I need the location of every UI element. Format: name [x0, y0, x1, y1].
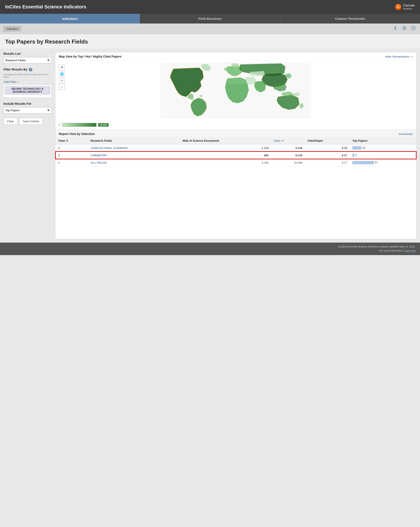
cell-cites-per-paper: 8.57: [305, 152, 350, 159]
col-rank: Total: 3: [56, 137, 88, 144]
zoom-in-control[interactable]: +: [59, 77, 65, 83]
filter-help-icon[interactable]: ?: [29, 68, 32, 71]
results-list-section: Results List Research Fields Countries/R…: [3, 52, 52, 63]
breadcrumb: Indicators: [3, 26, 21, 32]
app-header: InCites Essential Science Indicators C C…: [0, 0, 420, 14]
toolbar-bar: Indicators: [0, 23, 420, 34]
nav-tabs: Indicators Field Baselines Citation Thre…: [0, 14, 420, 23]
cell-cites: 34,668: [271, 159, 305, 166]
footer: InCites Essential Science Indicators dat…: [0, 242, 420, 255]
results-list-label: Results List: [3, 52, 52, 55]
table-body: 1 AGRICULTURAL SCIENCES 1,133 9,348 8.25…: [56, 144, 416, 166]
col-top-papers: Top Papers: [350, 137, 416, 144]
cell-rank: 0: [56, 159, 88, 166]
cell-cites: 9,348: [271, 144, 305, 152]
include-results-section: Include Results For Top Papers Hot Paper…: [3, 102, 52, 113]
data-table: Total: 3 Research Fields Web of Science …: [55, 137, 416, 166]
copy-icon[interactable]: [401, 25, 408, 32]
filter-section: Filter Results By ? Changing the filter …: [3, 68, 52, 98]
svg-rect-0: [403, 27, 405, 30]
col-wos-docs: Web of Science Documents: [180, 137, 271, 144]
cell-top-papers: 57: [350, 159, 416, 166]
col-cites[interactable]: Cites ▼: [271, 137, 305, 144]
cell-top-papers: 24: [350, 144, 416, 152]
page-title: Top Papers by Research Fields: [5, 38, 415, 45]
legend-gradient: [62, 123, 96, 127]
zoom-out-control[interactable]: −: [59, 84, 65, 90]
map-svg-wrap: ✛ 🌐 + −: [59, 62, 413, 119]
tab-indicators[interactable]: Indicators: [0, 14, 140, 23]
filter-tag-container: BEIJING TECHNOLOGY & BUSINESS UNIVERSITY: [3, 85, 52, 98]
customize-link[interactable]: Customize: [399, 132, 413, 136]
page-title-area: Top Papers by Research Fields: [0, 34, 420, 48]
clarivate-logo-text: Clarivate Analytics: [403, 4, 415, 10]
col-research-fields: Research Fields: [88, 137, 180, 144]
cell-rank: 1: [56, 144, 88, 152]
cell-field: ALL FIELDS: [88, 159, 180, 166]
pan-control[interactable]: ✛: [59, 65, 65, 70]
map-controls: ✛ 🌐 + −: [59, 65, 65, 90]
tab-field-baselines[interactable]: Field Baselines: [140, 14, 280, 23]
table-row: 0 ALL FIELDS 4,190 34,668 8.27 57: [56, 159, 416, 166]
legend-max-value: 74,437: [98, 123, 109, 127]
bar-value: 57: [375, 161, 378, 164]
table-header: Total: 3 Research Fields Web of Science …: [56, 137, 416, 144]
include-results-select[interactable]: Top Papers Hot Papers Highly Cited Paper…: [3, 107, 52, 113]
report-title: Report View by Selection: [59, 132, 95, 136]
include-results-label: Include Results For: [3, 102, 52, 105]
table-row: 2 CHEMISTRY 996 8,539 8.57 5: [56, 152, 416, 159]
main-content: Results List Research Fields Countries/R…: [0, 48, 420, 242]
clarivate-logo-icon: C: [395, 4, 401, 10]
add-filter-link[interactable]: Add Filter »: [3, 80, 19, 83]
download-icon[interactable]: [392, 25, 399, 32]
world-map-svg: [59, 62, 413, 118]
cell-wos-docs: 4,190: [180, 159, 271, 166]
clarivate-logo: C Clarivate Analytics: [395, 4, 415, 10]
cell-cites: 8,539: [271, 152, 305, 159]
report-header: Report View by Selection Customize: [55, 129, 416, 137]
cell-cites-per-paper: 8.25: [305, 144, 350, 152]
cell-field: CHEMISTRY: [88, 152, 180, 159]
tab-citation-thresholds[interactable]: Citation Thresholds: [280, 14, 420, 23]
col-cites-per-paper: Cites/Paper: [305, 137, 350, 144]
field-link[interactable]: CHEMISTRY: [91, 154, 107, 157]
svg-rect-1: [404, 27, 406, 29]
app-title: InCites Essential Science Indicators: [5, 4, 86, 10]
footer-line2: For more information Click Here: [4, 249, 416, 253]
cell-wos-docs: 996: [180, 152, 271, 159]
filter-note: Changing the filter field removes all cu…: [3, 73, 52, 78]
field-link[interactable]: ALL FIELDS: [91, 161, 107, 164]
save-criteria-button[interactable]: Save Criteria: [19, 118, 43, 125]
clear-button[interactable]: Clear: [3, 118, 17, 125]
cell-wos-docs: 1,133: [180, 144, 271, 152]
toolbar-icons: [392, 25, 417, 32]
cell-field: AGRICULTURAL SCIENCES: [88, 144, 180, 152]
map-title: Map View by Top / Hot / Highly Cited Pap…: [59, 55, 121, 58]
map-container: ✛ 🌐 + −: [55, 60, 416, 121]
results-list-select[interactable]: Research Fields Countries/Regions Organi…: [3, 57, 52, 63]
add-panel-icon[interactable]: [410, 25, 417, 32]
hide-visualization-link[interactable]: Hide Visualization —: [385, 55, 413, 58]
sidebar-buttons: Clear Save Criteria: [3, 118, 52, 125]
field-link[interactable]: AGRICULTURAL SCIENCES: [91, 146, 128, 150]
right-panel: Map View by Top / Hot / Highly Cited Pap…: [55, 52, 417, 239]
filter-label: Filter Results By ?: [3, 68, 52, 71]
cell-rank: 2: [56, 152, 88, 159]
bar-value: 24: [362, 146, 365, 149]
footer-line1: InCites Essential Science Indicators dat…: [4, 245, 416, 249]
legend-min: 0: [59, 123, 60, 126]
footer-link[interactable]: Click Here: [404, 249, 416, 252]
globe-control[interactable]: 🌐: [59, 71, 65, 77]
cell-cites-per-paper: 8.27: [305, 159, 350, 166]
map-header: Map View by Top / Hot / Highly Cited Pap…: [55, 52, 416, 60]
map-legend: 0 74,437: [55, 121, 416, 129]
cell-top-papers: 5: [350, 152, 416, 159]
table-row: 1 AGRICULTURAL SCIENCES 1,133 9,348 8.25…: [56, 144, 416, 152]
bar-value: 5: [355, 154, 357, 157]
sidebar: Results List Research Fields Countries/R…: [3, 52, 55, 239]
filter-tag: BEIJING TECHNOLOGY & BUSINESS UNIVERSITY: [5, 86, 50, 94]
